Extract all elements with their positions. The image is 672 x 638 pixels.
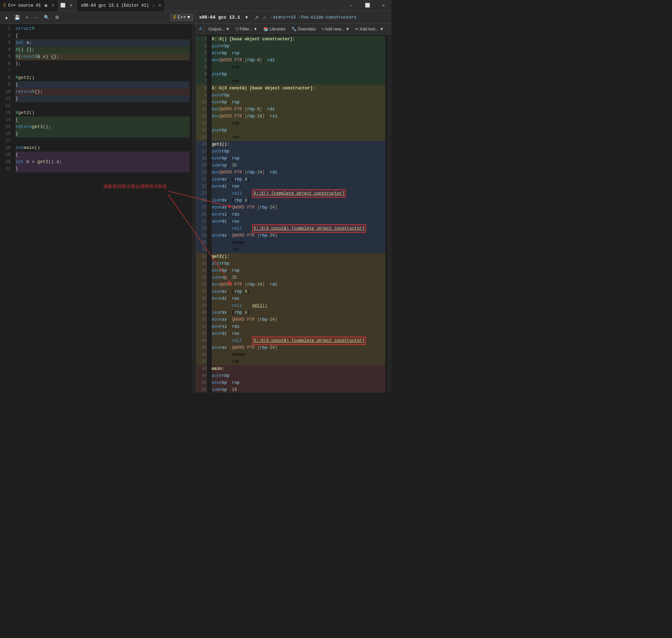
- compiler-external[interactable]: ↗: [253, 14, 260, 21]
- asm-line-num: 40: [196, 309, 207, 316]
- win-maximize[interactable]: ⬜: [359, 0, 375, 11]
- asm-line: mov rdi, rax: [212, 183, 385, 190]
- line-num: 21: [0, 165, 11, 172]
- asm-line: mov QWORD PTR [rbp-16], rsi: [212, 113, 385, 120]
- add-new-arrow: ▼: [345, 27, 349, 32]
- lang-selector[interactable]: C C++ ▼: [170, 14, 193, 21]
- btn-settings[interactable]: ⚙: [54, 14, 61, 21]
- window-controls: — ⬜ ✕: [343, 0, 392, 11]
- btn-left-arrow[interactable]: ▲: [3, 14, 10, 21]
- asm-line-num: 15: [196, 134, 207, 141]
- asm-line-num: 25: [196, 204, 207, 211]
- win-minimize[interactable]: —: [343, 0, 359, 11]
- line-num: 12: [0, 102, 11, 109]
- asm-line-num: 8: [196, 85, 207, 92]
- line-num: 2: [0, 32, 11, 39]
- asm-line: main:: [212, 365, 385, 372]
- filter-arrow: ▼: [253, 27, 258, 32]
- code-line: };: [15, 60, 190, 67]
- code-line: [15, 67, 190, 74]
- asm-line: sub rsp, 32: [212, 162, 385, 169]
- add-tool-label: ✏ Add tool...: [355, 27, 379, 32]
- asm-line: mov QWORD PTR [rbp-8], rdi: [212, 57, 385, 64]
- lang-label: C++: [178, 15, 186, 20]
- line-num: 20: [0, 158, 11, 165]
- right-toolbar: A Output... ▼ ▽ Filter... ▼ 📚 Libraries …: [196, 24, 392, 34]
- asm-line: mov rbp, rsp: [212, 379, 385, 386]
- asm-line-num: 24: [196, 197, 207, 204]
- asm-line: nop: [212, 64, 385, 71]
- btn-search[interactable]: 🔍: [42, 14, 51, 21]
- asm-line-num: 17: [196, 148, 207, 155]
- win-close[interactable]: ✕: [375, 0, 392, 11]
- main-area: ▲ 💾 + → 🔍 ⚙ C C++ ▼ 12345678910111213141…: [0, 11, 392, 393]
- code-line: return X{};: [15, 88, 190, 95]
- line-num: 11: [0, 95, 11, 102]
- asm-tab-edit[interactable]: ✏: [152, 3, 155, 8]
- asm-line-num: 12: [196, 113, 207, 120]
- btn-filter[interactable]: ▽ Filter... ▼: [233, 26, 260, 32]
- asm-line-num: 3: [196, 50, 207, 57]
- line-num: 5: [0, 53, 11, 60]
- asm-line: mov rbp, rsp: [212, 50, 385, 57]
- asm-line: mov rbp, rsp: [212, 267, 385, 274]
- asm-line-num: 32: [196, 253, 207, 260]
- btn-add-new[interactable]: + Add new... ▼: [319, 26, 352, 32]
- code-line: {: [15, 81, 190, 88]
- btn-add-tool[interactable]: ✏ Add tool... ▼: [353, 26, 386, 32]
- add-new-label: + Add new...: [321, 27, 345, 32]
- asm-line-num: 38: [196, 295, 207, 302]
- tab-asm-output[interactable]: x86-64 gcc 13.1 (Editor #1) ✏ ×: [77, 0, 165, 11]
- asm-line-num: 19: [196, 162, 207, 169]
- asm-editor[interactable]: 1234567891011121314151617181920212223242…: [196, 34, 388, 393]
- asm-line-num: 4: [196, 57, 207, 64]
- asm-line-num: 1: [196, 36, 207, 43]
- code-content[interactable]: struct X{ int a; X() {}; X(const X& x) {…: [13, 24, 192, 393]
- asm-line: pop rbp: [212, 71, 385, 78]
- btn-output[interactable]: Output... ▼: [206, 26, 232, 32]
- line-num: 1: [0, 25, 11, 32]
- lang-icon: C: [174, 15, 176, 20]
- line-numbers: 123456789101112131415161718192021: [0, 24, 13, 393]
- line-num: 10: [0, 88, 11, 95]
- asm-line-num: 41: [196, 316, 207, 323]
- sep1: [204, 26, 204, 32]
- asm-content[interactable]: X::X() [base object constructor]: push r…: [209, 34, 388, 393]
- code-line: X() {};: [15, 46, 190, 53]
- asm-line: mov rdi, rax: [212, 295, 385, 302]
- asm-line-num: 44: [196, 337, 207, 344]
- btn-libraries[interactable]: 📚 Libraries: [261, 26, 288, 32]
- asm-line-num: 47: [196, 358, 207, 365]
- asm-line: push rbp: [212, 260, 385, 267]
- asm-line: mov QWORD PTR [rbp-24], rdi: [212, 281, 385, 288]
- cpp-tab-close[interactable]: ×: [52, 3, 54, 8]
- asm-line: leave: [212, 239, 385, 246]
- tab-cpp-source[interactable]: C C++ source #1 ×: [0, 0, 58, 11]
- asm-line-num: 48: [196, 365, 207, 372]
- btn-add[interactable]: +: [24, 14, 30, 21]
- left-panel-close[interactable]: ✕: [68, 3, 74, 8]
- asm-line: ret: [212, 358, 385, 365]
- compiler-dropdown[interactable]: ▼: [243, 14, 250, 21]
- asm-line-num: 46: [196, 351, 207, 358]
- btn-save[interactable]: 💾: [13, 14, 21, 21]
- line-num: 19: [0, 151, 11, 158]
- line-num: 13: [0, 109, 11, 116]
- line-num: 7: [0, 67, 11, 74]
- btn-move[interactable]: →: [32, 14, 40, 21]
- output-arrow: ▼: [226, 27, 230, 32]
- right-panel: x86-64 gcc 13.1 ▼ ↗ ✓ -std=c++14 -fno-el…: [196, 11, 392, 393]
- asm-line: push rbp: [212, 372, 385, 379]
- asm-line-num: 30: [196, 239, 207, 246]
- btn-overrides[interactable]: 🔧 Overrides: [289, 26, 318, 32]
- code-line: int b = get2().a;: [15, 158, 190, 165]
- left-panel-expand[interactable]: ⬜: [58, 3, 68, 8]
- asm-tab-close[interactable]: ×: [158, 3, 161, 8]
- asm-line: lea rdx, [rbp-4]: [212, 197, 385, 204]
- output-icon: A: [199, 26, 202, 32]
- asm-line: ret: [212, 246, 385, 253]
- asm-line: lea rax, [rbp-4]: [212, 176, 385, 183]
- code-line: return get1();: [15, 123, 190, 130]
- code-editor[interactable]: 123456789101112131415161718192021 struct…: [0, 24, 196, 393]
- line-num: 17: [0, 137, 11, 144]
